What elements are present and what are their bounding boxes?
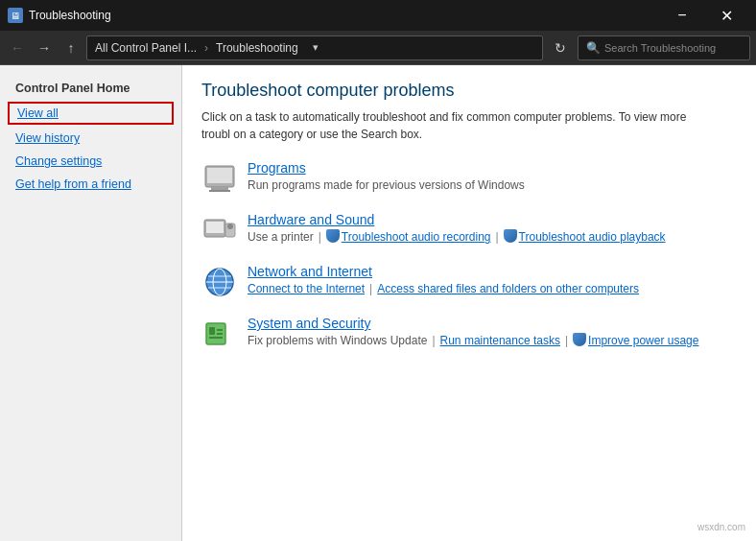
svg-rect-17 <box>209 337 223 339</box>
svg-rect-3 <box>209 190 230 192</box>
main-container: Control Panel Home View all View history… <box>0 65 756 541</box>
svg-rect-5 <box>206 222 224 233</box>
programs-content: Programs Run programs made for previous … <box>248 160 525 192</box>
page-description: Click on a task to automatically trouble… <box>201 108 700 143</box>
svg-rect-2 <box>211 187 228 190</box>
search-icon: 🔍 <box>586 41 601 55</box>
minimize-button[interactable]: − <box>660 0 704 31</box>
svg-point-7 <box>227 223 233 229</box>
sidebar-control-panel-home[interactable]: Control Panel Home <box>0 77 181 100</box>
address-bar: ← → ↑ All Control Panel I... › Troublesh… <box>0 31 756 65</box>
programs-icon <box>201 160 238 197</box>
svg-rect-14 <box>209 327 215 335</box>
hardware-title[interactable]: Hardware and Sound <box>248 212 666 227</box>
sidebar-view-history[interactable]: View history <box>0 127 181 150</box>
svg-rect-1 <box>207 168 232 183</box>
security-icon <box>201 316 238 352</box>
network-links: Connect to the Internet | Access shared … <box>248 282 639 295</box>
shield-icon-3 <box>573 333 586 346</box>
sidebar-view-all[interactable]: View all <box>8 102 174 125</box>
sidebar-get-help[interactable]: Get help from a friend <box>0 173 181 196</box>
sep1: | <box>319 230 321 244</box>
sep3: | <box>369 282 372 295</box>
hardware-links: Use a printer | Troubleshoot audio recor… <box>248 230 666 244</box>
connect-internet-link[interactable]: Connect to the Internet <box>248 282 365 295</box>
watermark: wsxdn.com <box>695 521 748 533</box>
network-content: Network and Internet Connect to the Inte… <box>248 264 639 295</box>
window-title: Troubleshooting <box>29 9 660 22</box>
category-programs: Programs Run programs made for previous … <box>201 160 737 197</box>
network-title[interactable]: Network and Internet <box>248 264 639 279</box>
hardware-plain: Use a printer <box>248 230 314 244</box>
back-button[interactable]: ← <box>6 36 29 59</box>
security-title[interactable]: System and Security <box>248 316 698 331</box>
shared-files-link[interactable]: Access shared files and folders on other… <box>377 282 639 295</box>
forward-button[interactable]: → <box>33 36 56 59</box>
sep4: | <box>432 334 435 347</box>
security-plain: Fix problems with Windows Update <box>248 334 427 347</box>
shield-icon-2 <box>504 229 517 243</box>
power-usage-link[interactable]: Improve power usage <box>588 334 698 347</box>
programs-title[interactable]: Programs <box>248 160 525 176</box>
category-hardware: Hardware and Sound Use a printer | Troub… <box>201 212 737 248</box>
breadcrumb-part1: All Control Panel I... <box>95 41 197 55</box>
programs-links: Run programs made for previous versions … <box>248 178 525 192</box>
svg-rect-15 <box>217 329 223 331</box>
network-icon <box>201 264 238 300</box>
category-security: System and Security Fix problems with Wi… <box>201 316 737 352</box>
hardware-content: Hardware and Sound Use a printer | Troub… <box>248 212 666 244</box>
search-placeholder: Search Troubleshooting <box>604 42 716 54</box>
close-button[interactable]: ✕ <box>704 0 748 31</box>
maintenance-link[interactable]: Run maintenance tasks <box>440 334 560 347</box>
title-bar: 🖥 Troubleshooting − ✕ <box>0 0 756 31</box>
audio-playback-link[interactable]: Troubleshoot audio playback <box>519 230 666 244</box>
page-heading: Troubleshoot computer problems <box>201 81 737 101</box>
refresh-button[interactable]: ↻ <box>547 35 574 60</box>
shield-icon-1 <box>326 229 340 243</box>
sep5: | <box>565 334 568 347</box>
breadcrumb[interactable]: All Control Panel I... › Troubleshooting… <box>86 35 543 60</box>
svg-rect-16 <box>217 333 223 335</box>
search-box[interactable]: 🔍 Search Troubleshooting <box>578 35 750 60</box>
window-icon: 🖥 <box>8 8 23 23</box>
security-links: Fix problems with Windows Update | Run m… <box>248 334 698 347</box>
content-area: Troubleshoot computer problems Click on … <box>182 65 756 541</box>
sidebar-change-settings[interactable]: Change settings <box>0 150 181 173</box>
programs-description: Run programs made for previous versions … <box>248 178 525 192</box>
security-content: System and Security Fix problems with Wi… <box>248 316 698 347</box>
category-network: Network and Internet Connect to the Inte… <box>201 264 737 300</box>
breadcrumb-separator: › <box>204 41 208 55</box>
breadcrumb-part2: Troubleshooting <box>216 41 298 55</box>
up-button[interactable]: ↑ <box>59 36 83 59</box>
sep2: | <box>495 230 498 244</box>
window-controls: − ✕ <box>660 0 748 31</box>
sidebar: Control Panel Home View all View history… <box>0 65 182 541</box>
breadcrumb-dropdown-button[interactable]: ▾ <box>306 36 325 59</box>
audio-recording-link[interactable]: Troubleshoot audio recording <box>342 230 491 244</box>
hardware-icon <box>201 212 238 248</box>
